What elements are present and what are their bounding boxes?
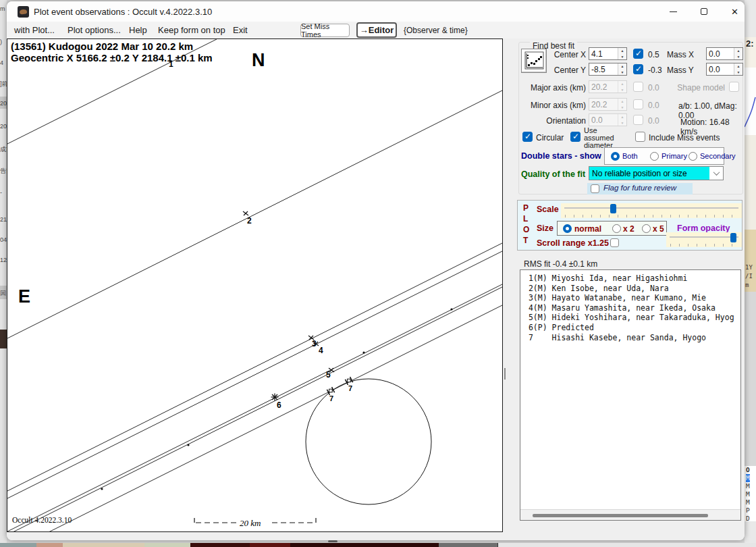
center-x-spinner[interactable]: 4.1▲▼ — [589, 47, 627, 60]
radio-size-normal-label[interactable]: normal — [574, 224, 601, 234]
title-bar[interactable]: Plot event observations : Occult v.4.202… — [7, 1, 745, 22]
flag-review-checkbox[interactable] — [591, 184, 599, 193]
center-y-label: Center Y — [521, 66, 586, 75]
circular-label: Circular — [536, 133, 564, 142]
background-list-fragment: OMMMMPD — [746, 466, 750, 523]
observer-row[interactable]: 5(M) Hideki Yoshihara, near Takaraduka, … — [524, 313, 734, 323]
radio-secondary-label[interactable]: Secondary — [700, 152, 736, 160]
quality-combobox[interactable]: No reliable position or size — [589, 166, 724, 180]
radio-secondary[interactable] — [688, 152, 697, 161]
station-dot — [450, 308, 452, 310]
menu-keep-on-top[interactable]: Keep form on top — [158, 25, 225, 35]
plot-header-line1: (13561) Kudogou 2022 Mar 10 20.2 km — [11, 41, 193, 52]
rms-fit-label: RMS fit -0.4 ±0.1 km — [524, 259, 597, 269]
background-text-fragment: - — [0, 189, 2, 196]
center-x-offset-value: 0.5 — [648, 50, 659, 59]
minor-axis-offset-checkbox — [633, 99, 643, 109]
flag-review-row: Flag for future review — [587, 183, 693, 194]
scroll-range-checkbox[interactable] — [610, 238, 619, 247]
occult-plot-window: Plot event observations : Occult v.4.202… — [7, 1, 745, 540]
plot-vertical-label: P L O T — [523, 203, 529, 246]
minor-axis-offset-value: 0.0 — [648, 101, 659, 110]
observer-row[interactable]: 2(M) Ken Isobe, near Uda, Nara — [524, 284, 734, 294]
scrollbar-thumb[interactable] — [533, 514, 708, 517]
editor-button[interactable]: →Editor — [356, 22, 397, 38]
background-text-fragment: ]前 — [0, 80, 7, 88]
radio-size-x2[interactable] — [612, 224, 621, 233]
observer-row[interactable]: 7 Hisashi Kasebe, near Sanda, Hyogo — [524, 333, 734, 343]
background-text-fragment: 12 — [0, 257, 7, 263]
observer-row[interactable]: 4(M) Masaru Yamashita, near Ikeda, Osaka — [524, 303, 734, 313]
minimize-icon — [670, 11, 677, 12]
radio-primary-label[interactable]: Primary — [662, 152, 687, 160]
radio-size-normal[interactable] — [563, 224, 572, 233]
mass-y-spinner[interactable]: 0.0▲▼ — [706, 63, 743, 76]
observer-listbox[interactable]: 1(M) Miyoshi Ida, near Higashiohmi 2(M) … — [520, 269, 741, 521]
major-axis-offset-checkbox — [633, 82, 643, 92]
radio-size-x5-label[interactable]: x 5 — [653, 224, 664, 234]
background-photo-strip — [0, 543, 756, 547]
major-axis-spinner: 20.2▲▼ — [589, 80, 627, 93]
major-axis-label: Major axis (km) — [521, 83, 586, 93]
station-dot — [101, 488, 103, 490]
center-y-offset-checkbox[interactable] — [633, 64, 643, 74]
observer-row[interactable]: 3(M) Hayato Watanabe, near Kumano, Mie — [524, 293, 734, 303]
chord-line-6 — [7, 284, 502, 531]
chord-label-6: 6 — [277, 400, 281, 410]
plot-scrollbar-thumb[interactable] — [504, 368, 506, 380]
background-text-fragment: 成前 — [0, 145, 7, 154]
menu-help[interactable]: Help — [129, 25, 147, 35]
observer-row[interactable]: 1(M) Miyoshi Ida, near Higashiohmi — [524, 274, 734, 284]
set-miss-times-button[interactable]: Set Miss Times — [300, 24, 350, 37]
plot-version-label: Occult 4.2022.3.10 — [12, 516, 72, 524]
flag-review-label: Flag for future review — [603, 184, 676, 192]
minimize-button[interactable] — [658, 1, 688, 22]
scale-slider[interactable] — [561, 203, 742, 218]
opacity-slider-thumb[interactable] — [730, 233, 736, 242]
center-y-offset-value: -0.3 — [648, 66, 662, 75]
radio-both[interactable] — [611, 152, 620, 161]
observer-row[interactable]: 6(P) Predicted — [524, 323, 734, 333]
opacity-slider[interactable] — [666, 232, 742, 247]
plot-header-line2: Geocentric X 5166.2 ±0.2 Y 2184.1 ±0.1 k… — [11, 52, 213, 63]
assumed-diameter-checkbox[interactable] — [570, 132, 580, 142]
assumed-diameter-label: Use assumed diameter — [584, 127, 627, 149]
mass-y-label: Mass Y — [667, 66, 694, 75]
orientation-spinner: 0.0▲▼ — [589, 113, 627, 126]
circular-checkbox[interactable] — [522, 132, 533, 142]
center-x-offset-checkbox[interactable] — [633, 49, 643, 59]
mass-x-spinner[interactable]: 0.0▲▼ — [706, 47, 743, 60]
radio-size-x5[interactable] — [642, 224, 651, 233]
background-text-fragment: 1Y /I m — [745, 263, 753, 290]
event-marker — [348, 379, 351, 382]
window-resize-handle[interactable] — [328, 540, 338, 542]
quality-label: Quality of the fit — [521, 170, 585, 179]
horizontal-scrollbar[interactable] — [520, 509, 740, 520]
occultation-plot: (13561) Kudogou 2022 Mar 10 20.2 kmGeoce… — [7, 39, 502, 531]
event-marker — [329, 389, 333, 392]
shape-model-checkbox — [729, 82, 739, 92]
background-window-right-sliver: 2: 1Y /I m OMMMMPD — [745, 0, 756, 547]
menu-plot-options[interactable]: Plot options... — [68, 25, 121, 35]
maximize-button[interactable] — [688, 1, 719, 22]
background-text-fragment: 04 — [0, 236, 7, 243]
menu-exit[interactable]: Exit — [233, 25, 248, 35]
radio-size-x2-label[interactable]: x 2 — [623, 224, 634, 234]
chord-line-2 — [7, 90, 502, 338]
radio-both-label[interactable]: Both — [622, 152, 638, 160]
plot-canvas[interactable]: (13561) Kudogou 2022 Mar 10 20.2 kmGeoce… — [7, 38, 503, 532]
background-curve — [745, 95, 756, 132]
scale-slider-thumb[interactable] — [610, 204, 616, 213]
include-miss-checkbox[interactable] — [635, 132, 645, 142]
background-text-fragment: 回 — [0, 289, 6, 298]
observer-list: 1(M) Miyoshi Ida, near Higashiohmi 2(M) … — [524, 274, 734, 342]
close-button[interactable]: ✕ — [720, 1, 745, 22]
background-text-fragment: 4 — [0, 59, 3, 66]
station-dot — [187, 444, 189, 446]
chevron-down-icon[interactable] — [709, 167, 723, 180]
menu-with-plot[interactable]: with Plot... — [14, 25, 55, 35]
minor-axis-spinner: 20.2▲▼ — [589, 98, 627, 111]
quality-value: No reliable position or size — [592, 169, 687, 178]
center-y-spinner[interactable]: -8.5▲▼ — [589, 63, 627, 76]
radio-primary[interactable] — [650, 152, 659, 161]
